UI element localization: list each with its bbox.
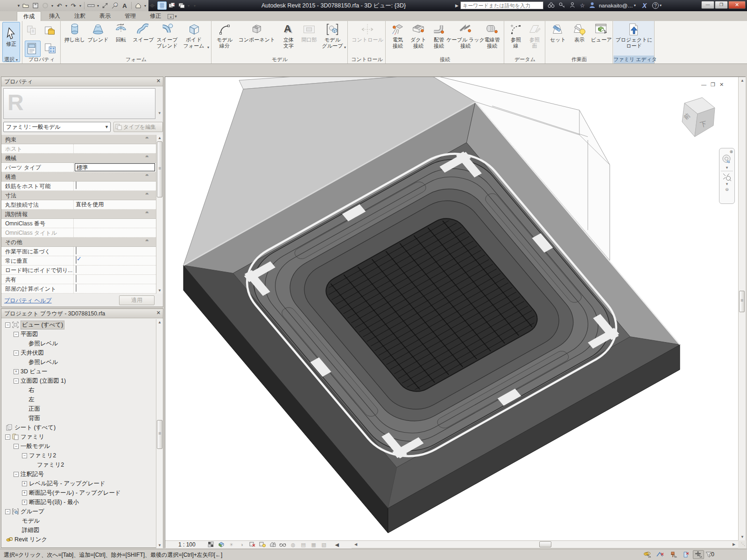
- view-scale[interactable]: 1 : 100: [178, 541, 196, 548]
- tree-item-family2-type[interactable]: ファミリ2: [37, 460, 64, 469]
- void-form-button[interactable]: ボイドフォーム: [180, 22, 207, 55]
- properties-scrollbar[interactable]: ▲ ▼: [156, 135, 163, 294]
- tree-item-families[interactable]: − ファミリ: [5, 432, 44, 441]
- reference-plane-button[interactable]: 参照面: [526, 22, 543, 55]
- workplane-viewer-button[interactable]: ビューア: [591, 22, 612, 55]
- tab-insert[interactable]: 挿入: [43, 11, 66, 21]
- project-browser-close-icon[interactable]: ✕: [156, 310, 161, 316]
- sync-caret-icon[interactable]: ▾: [50, 4, 54, 8]
- property-row-room-calc-point[interactable]: 部屋の計算ポイント: [1, 284, 156, 294]
- section-other[interactable]: その他^^: [1, 238, 156, 247]
- panel-label-workplane[interactable]: 作業面: [546, 56, 613, 63]
- tree-item-section-head[interactable]: +断面記号(頭) - 最小: [22, 497, 79, 507]
- analytical-model-icon[interactable]: ▦: [309, 542, 319, 548]
- reveal-hidden-icon[interactable]: ◍: [288, 542, 298, 548]
- canvas-vertical-scrollbar[interactable]: ▲ ▼: [738, 77, 746, 540]
- collapse-icon[interactable]: −: [14, 378, 19, 384]
- scroll-up-icon[interactable]: ▲: [156, 135, 163, 141]
- select-elements-by-face-toggle[interactable]: [681, 550, 692, 559]
- apply-button[interactable]: 適用: [119, 295, 155, 305]
- tree-item-annotation-symbols[interactable]: −注釈記号: [14, 469, 44, 479]
- tag-button[interactable]: 1: [110, 1, 120, 10]
- component-button[interactable]: コンポーネント: [236, 22, 277, 55]
- infocenter-collapse-icon[interactable]: ▶: [455, 3, 458, 8]
- view-minimize-icon[interactable]: —: [701, 82, 706, 88]
- scroll-right-icon[interactable]: ▶: [731, 541, 737, 547]
- property-row-cut-with-voids[interactable]: ロード時にボイドで切り...: [1, 266, 156, 275]
- tree-item-ref-level[interactable]: 参照レベル: [28, 357, 58, 367]
- cut-with-voids-checkbox[interactable]: [76, 266, 77, 273]
- property-row-host[interactable]: ホスト: [1, 144, 156, 154]
- switch-windows-caret-icon[interactable]: ▾: [187, 4, 190, 8]
- properties-button[interactable]: [25, 41, 41, 57]
- aligned-dimension-button[interactable]: [100, 1, 110, 10]
- text-button[interactable]: A: [120, 1, 129, 10]
- property-row-part-type[interactable]: パーツ タイプ標準: [1, 163, 156, 172]
- panel-label-properties[interactable]: プロパティ: [23, 56, 60, 63]
- visual-style-icon[interactable]: [216, 541, 226, 548]
- collapse-icon[interactable]: −: [14, 472, 19, 477]
- lock-3d-view-icon[interactable]: [268, 541, 278, 548]
- section-button[interactable]: [148, 1, 157, 10]
- project-browser-title-bar[interactable]: プロジェクト ブラウザ - 3D0788150.rfa ✕: [1, 309, 163, 318]
- scroll-down-icon[interactable]: ▼: [739, 534, 746, 540]
- tab-modify[interactable]: 修正: [144, 11, 167, 21]
- cable-tray-connector-button[interactable]: ケーブル ラック接続: [450, 22, 481, 55]
- favorites-star-icon[interactable]: ☆: [580, 2, 585, 9]
- sync-button[interactable]: [41, 1, 50, 10]
- model-line-button[interactable]: モデル線分: [214, 22, 235, 55]
- always-vertical-checkbox[interactable]: [76, 256, 77, 264]
- zoom-icon[interactable]: [722, 172, 732, 182]
- steering-wheel-icon[interactable]: [721, 154, 733, 165]
- property-row-omniclass-number[interactable]: OmniClass 番号: [1, 219, 156, 228]
- undo-button[interactable]: ↶: [55, 1, 64, 10]
- tree-item-front[interactable]: 正面: [28, 404, 40, 413]
- collapse-icon[interactable]: −: [22, 453, 27, 458]
- expand-icon[interactable]: +: [22, 481, 27, 486]
- room-calc-point-checkbox[interactable]: [76, 284, 77, 292]
- crop-region-visible-icon[interactable]: [257, 541, 268, 548]
- search-icon[interactable]: [548, 2, 555, 9]
- panel-label-select[interactable]: 選択 ▾: [0, 56, 22, 63]
- drag-elements-toggle[interactable]: [693, 550, 704, 559]
- navbar-close-icon[interactable]: ⊗: [729, 149, 733, 154]
- thin-lines-button[interactable]: [157, 1, 167, 10]
- control-button[interactable]: コントロール: [352, 22, 382, 55]
- switch-windows-button[interactable]: [177, 1, 186, 10]
- 3d-view-canvas[interactable]: 前 下 — ❐ ✕ ⊗ ▾ ▾ ⊖: [165, 77, 738, 540]
- canvas-horizontal-scrollbar[interactable]: ◀ ▶: [352, 540, 738, 548]
- tree-item-group-detail[interactable]: 詳細図: [22, 525, 40, 535]
- default-3d-view-button[interactable]: [134, 1, 143, 10]
- collapse-icon[interactable]: −: [5, 322, 10, 328]
- property-row-round-connector[interactable]: 丸型接続寸法直径を使用: [1, 200, 156, 210]
- workplane-show-button[interactable]: 表示: [569, 22, 590, 55]
- family-types-button[interactable]: [42, 23, 58, 39]
- model-text-button[interactable]: AA 立体文字: [278, 22, 299, 55]
- close-button[interactable]: ✕: [728, 1, 746, 9]
- search-input[interactable]: [460, 1, 543, 9]
- properties-scroll-thumb[interactable]: [157, 141, 162, 197]
- tree-item-elevations[interactable]: −立面図 (立面図 1): [14, 376, 66, 385]
- app-menu-caret-icon[interactable]: ▼: [17, 4, 21, 8]
- sweep-button[interactable]: スイープ: [133, 22, 154, 55]
- tab-annotate[interactable]: 注釈: [68, 11, 92, 21]
- zoom-caret-icon[interactable]: ▾: [726, 182, 728, 186]
- scroll-down-icon[interactable]: ▼: [156, 542, 163, 548]
- model-group-button[interactable]: モデルグループ: [319, 22, 345, 55]
- save-button[interactable]: [31, 1, 40, 10]
- viewbar-collapse-icon[interactable]: ◀: [332, 542, 342, 548]
- redo-button[interactable]: ↷: [69, 1, 78, 10]
- panel-label-form[interactable]: フォーム: [61, 56, 211, 63]
- type-selector[interactable]: ファミリ: 一般モデル▼: [3, 122, 111, 132]
- exchange-apps-icon[interactable]: X: [642, 2, 647, 9]
- revolve-button[interactable]: 回転: [110, 22, 132, 55]
- tree-item-section-tail[interactable]: +断面記号(テール) - アップグレード: [22, 488, 121, 497]
- opening-button[interactable]: 開口部: [300, 22, 318, 55]
- family-category-button[interactable]: [42, 41, 58, 57]
- select-links-toggle[interactable]: [641, 550, 653, 559]
- scroll-up-icon[interactable]: ▲: [739, 77, 746, 84]
- panel-label-datum[interactable]: データム: [505, 56, 545, 63]
- tree-item-left[interactable]: 左: [28, 395, 35, 404]
- electrical-connector-button[interactable]: 電気接続: [388, 22, 408, 55]
- restore-button[interactable]: ❐: [715, 1, 728, 9]
